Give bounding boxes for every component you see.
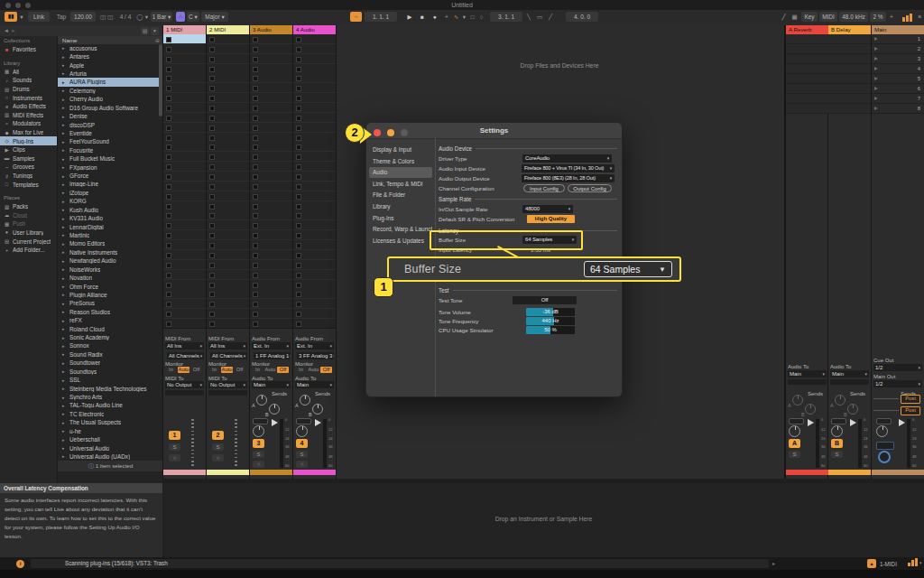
pan-slider[interactable] [253,418,268,424]
scene-slot[interactable]: 7 [872,94,924,104]
volume-fader-handle[interactable] [899,419,905,426]
pan-knob[interactable] [296,425,308,437]
cue-volume-knob[interactable] [878,451,891,463]
output-type-dropdown[interactable]: Main▾ [252,381,291,388]
scene-slot[interactable]: 1 [872,34,924,44]
return-activator-button[interactable]: B [831,439,843,448]
monitor-in-button[interactable]: In [295,367,307,373]
return-activator-button[interactable]: A [789,439,800,448]
settings-category-library[interactable]: Library [369,201,432,212]
return-track-header-a[interactable]: A Reverb [786,25,828,34]
solo-button[interactable]: S [169,443,180,451]
settings-category-audio[interactable]: Audio [369,167,432,178]
input-config-button[interactable]: Input Config [523,184,565,192]
monitor-in-button[interactable]: In [252,367,263,373]
notification-icon[interactable]: i [16,560,24,568]
monitor-in-button[interactable]: In [208,367,220,373]
tone-frequency-slider[interactable]: 440 Hz [526,317,575,325]
post-toggle[interactable]: Post [901,395,920,404]
settings-category-plug-ins[interactable]: Plug-Ins [369,213,432,224]
scene-launch-icon[interactable] [874,107,878,110]
scene-launch-icon[interactable] [874,77,878,80]
scene-launch-icon[interactable] [874,97,878,100]
send-b-knob[interactable] [805,404,816,415]
stop-all-clips-button[interactable] [253,322,258,327]
input-type-dropdown[interactable]: All Ins▾ [208,342,247,350]
input-type-dropdown[interactable]: Ext. In▾ [295,342,334,350]
solo-button[interactable]: S [296,451,308,458]
audio-output-device-dropdown[interactable]: Fireface 800 (8E3) (28 In, 28 Out)▾ [522,174,614,182]
send-a-knob[interactable] [792,395,803,406]
stop-all-clips-button[interactable] [166,322,171,327]
sample-rate-dropdown[interactable]: 48000▾ [522,205,573,213]
monitor-auto-button[interactable]: Auto [221,367,233,373]
arm-button[interactable]: ○ [253,461,264,468]
send-b-knob[interactable] [847,404,858,415]
output-type-dropdown[interactable]: No Output▾ [165,381,204,388]
main-track-header[interactable]: Main [872,25,924,34]
scene-launch-icon[interactable] [874,67,878,70]
track-header-1[interactable]: 1 MIDI [163,25,206,34]
solo-button[interactable]: S [789,451,800,458]
send-b-knob[interactable] [269,404,280,415]
track-activator-button[interactable]: 2 [212,431,224,440]
scene-slot[interactable]: 4 [872,64,924,74]
pan-knob[interactable] [789,425,800,437]
test-tone-toggle[interactable]: Off [513,296,577,304]
midi-device-icon[interactable]: ▴ [867,559,876,568]
pan-knob[interactable] [253,425,264,437]
arm-button[interactable]: ○ [169,454,180,461]
settings-category-licenses-updates[interactable]: Licenses & Updates [369,236,432,247]
settings-category-link-tempo-midi[interactable]: Link, Tempo & MIDI [369,179,432,190]
output-type-dropdown[interactable]: No Output▾ [208,381,247,388]
volume-fader-handle[interactable] [272,419,278,426]
monitor-off-button[interactable]: Off [234,367,245,373]
monitor-auto-button[interactable]: Auto [178,367,189,373]
output-type-dropdown[interactable]: Main▾ [788,370,827,378]
track-header-3[interactable]: 3 Audio [250,25,292,34]
output-type-dropdown[interactable]: Main▾ [295,381,334,388]
arm-button[interactable]: ○ [296,461,308,468]
monitor-auto-button[interactable]: Auto [308,367,319,373]
track-header-2[interactable]: 2 MIDI [207,25,249,34]
monitor-off-button[interactable]: Off [190,367,202,373]
track-header-4[interactable]: 4 Audio [293,25,336,34]
pan-slider[interactable] [831,418,846,424]
return-track-header-b[interactable]: B Delay [828,25,871,34]
cpu-usage-slider[interactable]: 50 % [526,326,575,334]
settings-category-display-input[interactable]: Display & Input [369,144,432,155]
collapse-arrow-icon[interactable]: ▸ [772,560,775,566]
scene-slot[interactable]: 8 [872,104,924,114]
settings-titlebar[interactable]: Settings [366,123,622,139]
send-b-knob[interactable] [312,404,323,415]
audio-input-device-dropdown[interactable]: Fireface 800 + Virus TI (34 In, 30 Out)▾ [522,164,614,172]
solo-button[interactable]: S [212,443,224,451]
scene-slot[interactable]: 2 [872,44,924,54]
input-channel-dropdown[interactable]: All Channels▾ [167,352,204,359]
scene-launch-icon[interactable] [874,87,878,90]
scene-launch-icon[interactable] [874,57,878,61]
monitor-off-button[interactable]: Off [277,367,289,373]
settings-category-theme-colors[interactable]: Theme & Colors [369,156,432,167]
scene-slot[interactable]: 3 [872,54,924,64]
pan-knob[interactable] [876,425,888,437]
volume-fader-handle[interactable] [315,419,321,426]
send-a-knob[interactable] [300,395,310,406]
driver-type-dropdown[interactable]: CoreAudio▾ [522,154,612,163]
monitor-off-button[interactable]: Off [320,367,332,373]
monitor-auto-button[interactable]: Auto [264,367,276,373]
input-channel-dropdown[interactable]: 1 FF Analog 1▾ [254,352,291,359]
input-type-dropdown[interactable]: Ext. In▾ [252,342,291,350]
scene-slot[interactable]: 6 [872,84,924,94]
track-activator-button[interactable]: 4 [296,439,308,448]
stop-all-clips-button[interactable] [209,322,215,327]
input-channel-dropdown[interactable]: 3 FF Analog 3▾ [297,352,334,359]
input-channel-dropdown[interactable]: All Channels▾ [210,352,247,359]
solo-button[interactable]: S [831,451,843,458]
send-a-knob[interactable] [835,395,845,406]
send-a-knob[interactable] [256,395,267,406]
chevron-down-icon[interactable]: ▾ [919,560,922,565]
high-quality-button[interactable]: High Quality [527,215,575,223]
volume-fader-handle[interactable] [808,419,814,426]
arm-button[interactable]: ○ [212,454,224,461]
